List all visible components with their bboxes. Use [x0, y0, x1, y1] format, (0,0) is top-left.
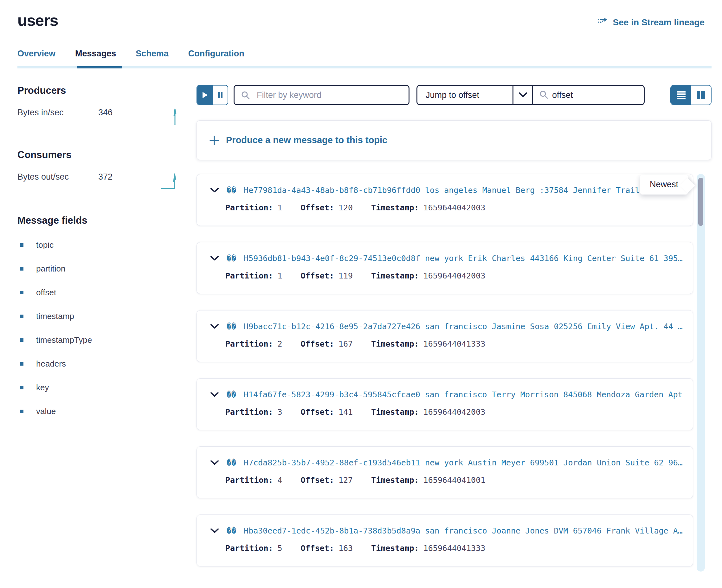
- message-value-preview[interactable]: H14fa67fe-5823-4299-b3c4-595845cfcae0 sa…: [244, 390, 683, 399]
- message-card[interactable]: �� H9bacc71c-b12c-4216-8e95-2a7da727e426…: [197, 310, 693, 362]
- play-pause-toggle: [197, 85, 228, 105]
- message-card[interactable]: �� He77981da-4a43-48ab-b8f8-cb71b96ffdd0…: [197, 174, 693, 226]
- chevron-down-icon[interactable]: [210, 392, 219, 398]
- split-view-button[interactable]: [691, 86, 711, 105]
- message-key-glyphs: ��: [227, 458, 236, 467]
- timestamp-value: 1659644041333: [424, 544, 486, 553]
- play-icon: [202, 91, 209, 99]
- timestamp-value: 1659644041001: [424, 476, 486, 485]
- field-item-value[interactable]: value: [17, 406, 179, 416]
- field-bullet-icon: [20, 243, 23, 247]
- field-bullet-icon: [20, 386, 23, 390]
- bytes-in-label: Bytes in/sec: [17, 108, 98, 118]
- chevron-down-icon[interactable]: [210, 460, 219, 466]
- tab-overview[interactable]: Overview: [17, 49, 56, 66]
- field-item-key[interactable]: key: [17, 383, 179, 393]
- field-bullet-icon: [20, 267, 23, 271]
- produce-message-button[interactable]: Produce a new message to this topic: [197, 120, 711, 160]
- jump-to-offset-select[interactable]: Jump to offset: [417, 86, 513, 104]
- jump-to-offset-control: Jump to offset: [416, 85, 645, 105]
- offset-value: 127: [338, 476, 353, 485]
- field-item-offset[interactable]: offset: [17, 288, 179, 297]
- chevron-down-icon[interactable]: [210, 256, 219, 261]
- chevron-down-icon[interactable]: [210, 528, 219, 534]
- offset-label: Offset:: [301, 476, 334, 485]
- timestamp-label: Timestamp:: [371, 271, 419, 280]
- field-item-partition[interactable]: partition: [17, 264, 179, 274]
- field-item-topic[interactable]: topic: [17, 240, 179, 250]
- message-meta: Partition:3 Offset:141 Timestamp:1659644…: [225, 407, 683, 417]
- field-label: timestampType: [36, 335, 92, 345]
- list-view-button[interactable]: [671, 86, 691, 105]
- messages-scrollbar-thumb[interactable]: [698, 178, 703, 226]
- field-bullet-icon: [20, 315, 23, 318]
- message-card[interactable]: �� H14fa67fe-5823-4299-b3c4-595845cfcae0…: [197, 378, 693, 430]
- messages-scrollbar-track[interactable]: [697, 174, 705, 571]
- offset-label: Offset:: [301, 203, 334, 212]
- offset-value: 120: [338, 203, 353, 212]
- message-value-preview[interactable]: H5936db81-b943-4e0f-8c29-74513e0c0d8f ne…: [244, 254, 683, 263]
- message-value-preview[interactable]: He77981da-4a43-48ab-b8f8-cb71b96ffdd0 lo…: [244, 186, 649, 195]
- offset-label: Offset:: [301, 407, 334, 417]
- tab-configuration[interactable]: Configuration: [188, 49, 244, 66]
- message-key-glyphs: ��: [227, 254, 236, 263]
- message-key-glyphs: ��: [227, 526, 236, 536]
- timestamp-value: 1659644042003: [424, 407, 486, 417]
- producers-heading: Producers: [17, 85, 179, 96]
- page-header: users See in Stream lineage: [0, 0, 722, 30]
- stream-lineage-link[interactable]: See in Stream lineage: [598, 17, 705, 28]
- view-mode-toggle: [671, 85, 711, 105]
- play-button[interactable]: [197, 86, 213, 105]
- message-value-preview[interactable]: Hba30eed7-1edc-452b-8b1a-738d3b5d8a9a sa…: [244, 526, 683, 536]
- bytes-in-sparkline: [171, 108, 179, 128]
- partition-label: Partition:: [225, 407, 273, 417]
- plus-icon: [209, 135, 219, 145]
- timestamp-label: Timestamp:: [371, 544, 419, 553]
- field-label: timestamp: [36, 311, 74, 321]
- field-item-headers[interactable]: headers: [17, 359, 179, 369]
- messages-list: �� He77981da-4a43-48ab-b8f8-cb71b96ffdd0…: [197, 174, 711, 566]
- message-fields-heading: Message fields: [17, 215, 179, 226]
- field-item-timestampType[interactable]: timestampType: [17, 335, 179, 345]
- partition-value: 1: [277, 271, 283, 280]
- tab-underline-track: [17, 66, 711, 68]
- offset-search-input[interactable]: [552, 90, 628, 100]
- pause-button[interactable]: [213, 86, 228, 105]
- offset-value: 141: [338, 407, 353, 417]
- tab-schema[interactable]: Schema: [136, 49, 169, 66]
- field-bullet-icon: [20, 410, 23, 413]
- pause-icon: [217, 91, 224, 99]
- offset-label: Offset:: [301, 271, 334, 280]
- stream-lineage-icon: [598, 17, 608, 28]
- keyword-filter-input[interactable]: [233, 85, 410, 105]
- newest-tooltip: Newest: [640, 174, 688, 194]
- field-item-timestamp[interactable]: timestamp: [17, 311, 179, 321]
- timestamp-label: Timestamp:: [371, 476, 419, 485]
- partition-value: 3: [277, 407, 283, 417]
- bytes-in-metric: Bytes in/sec 346: [17, 108, 179, 128]
- field-label: key: [36, 383, 49, 393]
- messages-toolbar: Jump to offset: [197, 85, 711, 105]
- tab-messages[interactable]: Messages: [75, 49, 116, 66]
- search-icon: [539, 90, 548, 101]
- offset-value: 163: [338, 544, 353, 553]
- partition-label: Partition:: [225, 476, 273, 485]
- message-card[interactable]: �� H5936db81-b943-4e0f-8c29-74513e0c0d8f…: [197, 242, 693, 294]
- message-meta: Partition:5 Offset:163 Timestamp:1659644…: [225, 544, 683, 553]
- chevron-down-icon[interactable]: [210, 188, 219, 193]
- bytes-out-label: Bytes out/sec: [17, 172, 98, 182]
- message-meta: Partition:1 Offset:120 Timestamp:1659644…: [225, 203, 683, 212]
- chevron-down-icon[interactable]: [210, 324, 219, 330]
- timestamp-label: Timestamp:: [371, 407, 419, 417]
- message-card[interactable]: �� H7cda825b-35b7-4952-88ef-c193d546eb11…: [197, 446, 693, 498]
- metrics-sidebar: Producers Bytes in/sec 346 Consumers Byt…: [17, 85, 179, 583]
- message-card[interactable]: �� Hba30eed7-1edc-452b-8b1a-738d3b5d8a9a…: [197, 514, 693, 566]
- timestamp-value: 1659644042003: [424, 203, 486, 212]
- jump-select-chevron[interactable]: [513, 86, 532, 104]
- partition-value: 2: [277, 339, 283, 349]
- message-value-preview[interactable]: H7cda825b-35b7-4952-88ef-c193d546eb11 ne…: [244, 458, 683, 467]
- bytes-in-value: 346: [98, 108, 112, 118]
- message-meta: Partition:4 Offset:127 Timestamp:1659644…: [225, 476, 683, 485]
- message-value-preview[interactable]: H9bacc71c-b12c-4216-8e95-2a7da727e426 sa…: [244, 322, 683, 331]
- message-key-glyphs: ��: [227, 186, 236, 195]
